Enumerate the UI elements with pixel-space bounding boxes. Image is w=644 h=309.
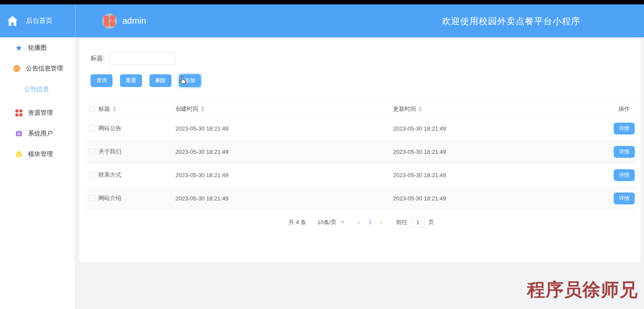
row-title: 网站公告 [98,124,175,132]
home-label: 后台首页 [26,17,52,25]
sort-caret-icon[interactable] [418,106,422,112]
search-row: 标题: [91,39,640,65]
row-title: 联系方式 [98,171,175,179]
table-row: 网站介绍 2023-05-30 18:21:49 2023-05-30 18:2… [86,187,637,210]
brand-logo-clover-icon [102,14,117,29]
sidebar-item-label: 系统用户 [28,130,53,138]
title-search-input[interactable] [109,52,175,65]
row-created: 2023-05-30 18:21:49 [175,149,393,155]
row-checkbox[interactable] [89,125,95,131]
page-unit-label: 页 [429,218,434,226]
welcome-text: 欢迎使用校园外卖点餐平台小程序 [442,15,580,27]
detail-button[interactable]: 详情 [614,169,635,181]
row-created: 2023-05-30 18:21:49 [175,125,393,132]
sidebar-item-modules[interactable]: 模块管理 [0,144,75,164]
column-header-action: 操作 [619,105,630,113]
pagination: 共 4 条 10条/页 ‹ 1 › 前往 页 [86,217,637,228]
table-row: 联系方式 2023-05-30 18:21:49 2023-05-30 18:2… [86,164,637,187]
row-checkbox[interactable] [89,149,95,155]
table-row: 网站公告 2023-05-30 18:21:49 2023-05-30 18:2… [86,117,637,140]
archive-icon [15,130,23,137]
column-header-created: 创建时间 [175,105,198,113]
announcement-table: 标题 创建时间 更新时间 操作 网站公告 2 [86,101,637,228]
row-title: 关于我们 [98,148,175,156]
row-created: 2023-05-30 18:21:49 [175,195,393,202]
sort-caret-icon[interactable] [201,106,204,112]
search-label: 标题: [91,55,105,62]
sidebar-item-resources[interactable]: 资源管理 [0,102,75,123]
sidebar-item-label: 资源管理 [28,109,53,117]
watermark-text: 程序员徐师兄 [527,278,638,302]
current-page-number[interactable]: 1 [368,219,371,225]
sidebar-item-label: 模块管理 [28,150,53,158]
top-black-strip [0,0,644,4]
delete-button[interactable]: 删除 [149,74,171,87]
sidebar-item-system-users[interactable]: 系统用户 [0,123,75,144]
main-content: 标题: 查询 重置 删除 添加 标题 创建时间 [76,37,644,309]
row-updated: 2023-05-30 18:21:49 [393,172,612,178]
add-button[interactable]: 添加 [179,74,201,87]
brand-name: admin [122,16,146,26]
row-checkbox[interactable] [89,195,95,201]
row-updated: 2023-05-30 18:21:49 [393,125,612,132]
reset-button[interactable]: 重置 [120,74,142,87]
goto-page-input[interactable] [411,217,425,228]
column-header-title: 标题 [98,105,110,113]
sidebar-item-label: 公告信息管理 [26,65,63,73]
home-icon [7,15,18,26]
content-card: 标题: 查询 重置 删除 添加 标题 创建时间 [79,39,640,262]
brand: admin [102,14,146,29]
detail-button[interactable]: 详情 [614,123,635,135]
row-title: 网站介绍 [98,194,175,202]
home-nav[interactable]: 后台首页 [0,4,76,37]
row-updated: 2023-05-30 18:21:49 [393,149,612,155]
grid-icon [15,109,23,116]
query-button[interactable]: 查询 [91,74,113,87]
table-header: 标题 创建时间 更新时间 操作 [86,101,637,117]
sidebar: ★ 轮播图 ✓ 公告信息管理 公告信息 资源管理 [0,37,76,309]
sidebar-item-announcement-mgmt[interactable]: ✓ 公告信息管理 [0,58,75,79]
column-header-updated: 更新时间 [393,105,416,113]
star-icon: ★ [15,44,23,52]
next-page-button[interactable]: › [377,219,384,226]
sidebar-item-carousel[interactable]: ★ 轮播图 [0,37,75,58]
row-checkbox[interactable] [89,172,95,178]
badge-check-icon: ✓ [12,65,21,72]
table-row: 关于我们 2023-05-30 18:21:49 2023-05-30 18:2… [86,140,637,164]
sort-caret-icon[interactable] [113,106,116,112]
pagination-total: 共 4 条 [288,218,306,226]
sidebar-subitem-label: 公告信息 [24,85,49,93]
sidebar-item-label: 轮播图 [28,44,47,52]
select-all-checkbox[interactable] [89,106,95,112]
toolbar: 查询 重置 删除 添加 [91,74,640,87]
app-header: 后台首页 admin 欢迎使用校园外卖点餐平台小程序 [0,4,644,37]
detail-button[interactable]: 详情 [614,146,635,158]
row-updated: 2023-05-30 18:21:49 [393,195,612,202]
prev-page-button[interactable]: ‹ [356,219,363,226]
goto-label: 前往 [396,218,408,226]
cube-icon [15,151,23,158]
row-created: 2023-05-30 18:21:49 [175,172,393,178]
chevron-down-icon [341,221,344,223]
page-size-select[interactable]: 10条/页 [317,218,344,226]
page-size-label: 10条/页 [317,218,337,226]
sidebar-subitem-announcement-active[interactable]: 公告信息 [0,79,75,99]
detail-button[interactable]: 详情 [614,193,635,204]
